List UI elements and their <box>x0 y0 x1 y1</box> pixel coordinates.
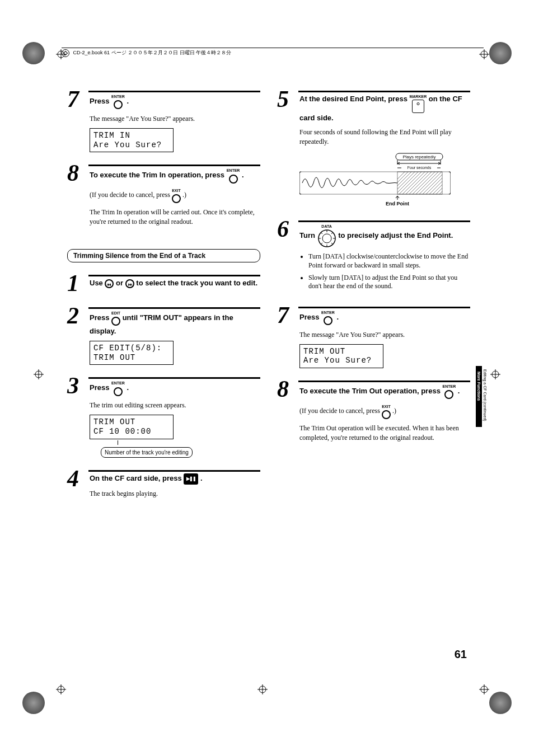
svg-line-12 <box>406 172 428 194</box>
enter-button-icon: ENTER <box>111 381 125 396</box>
svg-line-10 <box>399 172 421 194</box>
instr-text: . <box>458 387 460 396</box>
svg-line-36 <box>321 243 322 245</box>
step-number: 5 <box>277 87 299 208</box>
step-message: The trim out editing screen appears. <box>90 401 260 410</box>
step-5: 5 At the desired End Point, press MARKER… <box>277 90 470 208</box>
registration-mark-icon <box>479 49 489 59</box>
instr-text: On the CF card side, press <box>90 474 184 482</box>
instr-text: to select the track you want to edit. <box>136 279 257 287</box>
header-text: CD-2_e.book 61 ページ ２００５年２月２０日 日曜日 午後４時２８… <box>73 50 232 55</box>
side-tab-section: Editing a CF Card (continued) <box>482 364 488 427</box>
svg-rect-9 <box>397 172 442 194</box>
callout-track-number: Number of the track you're editing <box>101 447 193 458</box>
instr-text: To execute the Trim In operation, press <box>90 171 227 180</box>
step-message: The message "Are You Sure?" appears. <box>90 114 260 124</box>
instr-text: At the desired End Point, press <box>299 95 409 103</box>
side-tab-active: More Functions <box>476 366 482 427</box>
left-column: 7 Press ENTER . The message "Are You Sur… <box>67 90 260 510</box>
side-tabs: Editing a CF Card (continued) More Funct… <box>476 364 488 427</box>
svg-line-14 <box>413 172 435 194</box>
instr-text: . <box>127 384 129 392</box>
print-corner-tr <box>489 42 512 64</box>
cancel-text: (If you decide to cancel, press <box>90 191 172 199</box>
print-corner-br <box>489 692 512 714</box>
section-heading-trim-end: Trimming Silence from the End of a Track <box>67 249 260 262</box>
svg-line-24 <box>429 181 442 194</box>
lcd-display: CF EDIT(5/8): TRIM OUT <box>90 341 174 365</box>
print-corner-bl <box>22 692 45 714</box>
registration-mark-icon <box>479 684 489 694</box>
edit-button-icon: EDIT <box>111 311 120 326</box>
step-number: 8 <box>67 161 90 226</box>
cancel-text: .) <box>392 407 396 415</box>
waveform-diagram: Plays repeatedly Four seconds <box>299 152 451 208</box>
step-8-left: 8 To execute the Trim In operation, pres… <box>67 163 260 226</box>
print-corner-tl <box>22 42 45 64</box>
data-dial-icon: DATA <box>317 224 336 248</box>
step-result: The Trim Out operation will be executed.… <box>299 424 470 443</box>
instr-text: to precisely adjust the End Point. <box>338 231 453 240</box>
svg-line-34 <box>331 243 333 245</box>
step-6: 6 Turn DATA <box>277 219 470 294</box>
lcd-display: TRIM IN Are You Sure? <box>90 128 174 153</box>
step-4: 4 On the CF card side, press . The track… <box>67 469 260 499</box>
bullet-item: Slowly turn [DATA] to adjust the End Poi… <box>308 274 470 291</box>
step-number: 3 <box>67 374 90 457</box>
step-number: 2 <box>67 304 90 365</box>
instr-text: Press <box>90 313 111 322</box>
svg-line-17 <box>397 172 418 192</box>
page-header: CD-2_e.book 61 ページ ２００５年２月２０日 日曜日 午後４時２８… <box>62 48 484 57</box>
page-number: 61 <box>455 648 467 661</box>
svg-line-23 <box>426 178 442 194</box>
svg-line-19 <box>397 172 411 186</box>
svg-line-13 <box>409 172 432 194</box>
bullet-item: Turn [DATA] clockwise/counterclockwise t… <box>308 252 470 270</box>
instr-text: Use <box>90 279 105 287</box>
registration-mark-icon <box>257 684 268 694</box>
instr-text: Press <box>90 384 111 392</box>
step-message: Four seconds of sound following the End … <box>299 128 470 147</box>
svg-text:Four seconds: Four seconds <box>407 166 432 170</box>
cancel-text: (If you decide to cancel, press <box>299 407 382 415</box>
enter-button-icon: ENTER <box>442 384 456 400</box>
registration-mark-icon <box>56 684 66 694</box>
enter-button-icon: ENTER <box>321 310 335 326</box>
svg-text:Plays repeatedly: Plays repeatedly <box>402 154 435 159</box>
play-pause-button-icon <box>184 473 198 485</box>
svg-line-32 <box>331 232 333 234</box>
svg-line-27 <box>439 191 442 194</box>
instr-text: . <box>127 97 129 105</box>
step-result: The Trim In operation will be carried ou… <box>90 208 260 227</box>
step-number: 7 <box>277 303 299 368</box>
svg-line-26 <box>436 188 442 194</box>
instr-text: . <box>242 171 244 180</box>
registration-mark-icon <box>490 369 500 379</box>
step-2: 2 Press EDIT until "TRIM OUT" appears in… <box>67 306 260 365</box>
step-message: The track begins playing. <box>90 489 260 499</box>
svg-point-30 <box>322 234 331 243</box>
svg-line-16 <box>419 172 442 194</box>
exit-button-icon: EXIT <box>382 404 391 419</box>
cancel-text: .) <box>182 191 186 199</box>
instr-text: or <box>116 279 125 287</box>
instr-text: Press <box>90 97 111 105</box>
svg-line-15 <box>416 172 438 194</box>
instr-text: To execute the Trim Out operation, press <box>299 387 442 396</box>
lcd-display: TRIM OUT CF 10 00:00 <box>90 415 174 439</box>
svg-text:End Point: End Point <box>386 201 409 206</box>
step-7-left: 7 Press ENTER . The message "Are You Sur… <box>67 90 260 152</box>
lcd-display: TRIM OUT Are You Sure? <box>299 344 383 369</box>
svg-line-20 <box>397 172 408 182</box>
right-column: 5 At the desired End Point, press MARKER… <box>277 90 470 510</box>
svg-line-38 <box>321 232 322 234</box>
instr-text: . <box>336 313 339 321</box>
instr-text: . <box>200 474 203 482</box>
instr-text: Press <box>299 313 321 321</box>
exit-button-icon: EXIT <box>172 188 181 203</box>
step-number: 6 <box>277 217 299 294</box>
step-1: 1 Use ⏮ or ⏭ to select the track you wan… <box>67 274 260 295</box>
step-number: 1 <box>67 271 90 295</box>
enter-button-icon: ENTER <box>111 94 125 110</box>
step-number: 8 <box>277 377 299 442</box>
